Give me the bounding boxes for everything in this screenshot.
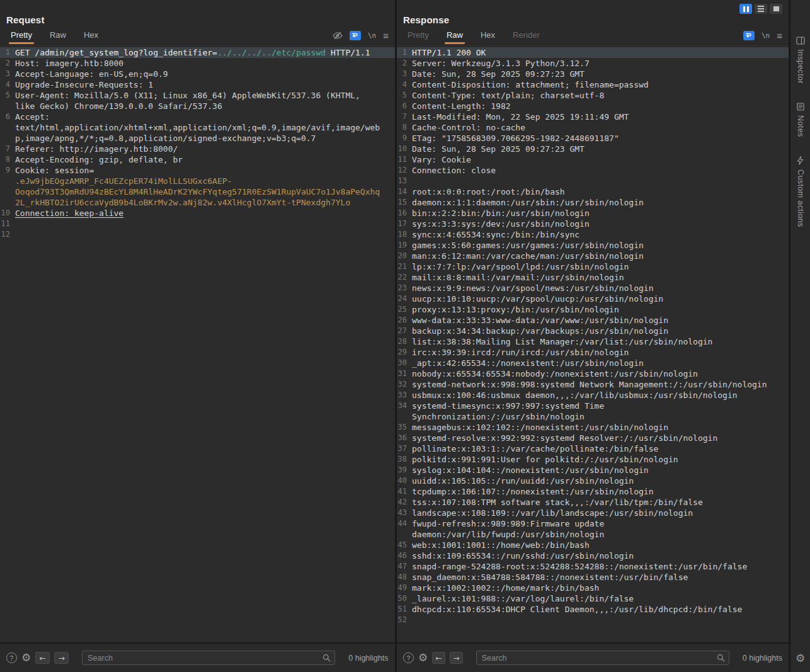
code-line[interactable]: 6Content-Length: 1982 bbox=[397, 101, 789, 111]
bolt-icon bbox=[797, 156, 804, 165]
code-line[interactable]: 7Referer: http://imagery.htb:8000/ bbox=[0, 144, 395, 154]
code-line[interactable]: 46sshd:x:109:65534::/run/sshd:/usr/sbin/… bbox=[397, 550, 789, 561]
code-line[interactable]: 33usbmux:x:100:46:usbmux daemon,,,:/var/… bbox=[397, 390, 789, 401]
tab-pretty[interactable]: Pretty bbox=[9, 28, 34, 43]
settings-gear-icon[interactable]: ⚙ bbox=[790, 653, 810, 664]
nonprintable-icon[interactable]: \n bbox=[368, 31, 376, 40]
word-wrap-icon[interactable] bbox=[743, 31, 755, 40]
next-match-button[interactable]: → bbox=[450, 652, 463, 664]
layout-single-button[interactable] bbox=[770, 4, 782, 14]
code-line[interactable]: 43landscape:x:108:109::/var/lib/landscap… bbox=[397, 508, 789, 518]
code-line[interactable]: 17sys:x:3:3:sys:/dev:/usr/sbin/nologin bbox=[397, 219, 789, 229]
sidebar-item-notes[interactable]: Notes bbox=[796, 103, 805, 137]
code-line[interactable]: 40uuidd:x:105:105::/run/uuidd:/usr/sbin/… bbox=[397, 476, 789, 486]
code-line[interactable]: 10Date: Sun, 28 Sep 2025 09:27:23 GMT bbox=[397, 144, 789, 154]
code-line[interactable]: 9Cookie: session=.eJw9jbEOgzAMRP_Fc4UEZc… bbox=[0, 165, 395, 208]
code-line[interactable]: 27backup:x:34:34:backup:/var/backups:/us… bbox=[397, 326, 789, 336]
code-line[interactable]: 25proxy:x:13:13:proxy:/bin:/usr/sbin/nol… bbox=[397, 304, 789, 315]
code-line[interactable]: 11 bbox=[0, 219, 395, 229]
code-line[interactable]: 24uucp:x:10:10:uucp:/var/spool/uucp:/usr… bbox=[397, 293, 789, 304]
code-line[interactable]: 13 bbox=[397, 176, 789, 186]
code-line[interactable]: 41tcpdump:x:106:107::/nonexistent:/usr/s… bbox=[397, 486, 789, 497]
code-line[interactable]: 19games:x:5:60:games:/usr/games:/usr/sbi… bbox=[397, 240, 789, 251]
code-line[interactable]: 52 bbox=[397, 615, 789, 625]
code-line[interactable]: 28list:x:38:38:Mailing List Manager:/var… bbox=[397, 336, 789, 347]
sidebar-item-custom-actions[interactable]: Custom actions bbox=[796, 156, 805, 227]
code-line[interactable]: 45web:x:1001:1001::/home/web:/bin/bash bbox=[397, 540, 789, 550]
help-icon[interactable]: ? bbox=[6, 652, 17, 663]
code-line[interactable]: 23news:x:9:9:news:/var/spool/news:/usr/s… bbox=[397, 283, 789, 293]
menu-icon[interactable]: ≡ bbox=[383, 31, 389, 40]
code-line[interactable]: 22mail:x:8:8:mail:/var/mail:/usr/sbin/no… bbox=[397, 272, 789, 283]
help-icon[interactable]: ? bbox=[403, 652, 414, 663]
code-line[interactable]: 32systemd-network:x:998:998:systemd Netw… bbox=[397, 379, 789, 390]
code-line[interactable]: 11Vary: Cookie bbox=[397, 154, 789, 165]
code-line[interactable]: 3Date: Sun, 28 Sep 2025 09:27:23 GMT bbox=[397, 69, 789, 79]
code-line[interactable]: 49mark:x:1002:1002::/home/mark:/bin/bash bbox=[397, 583, 789, 593]
code-line[interactable]: 50_laurel:x:101:988::/var/log/laurel:/bi… bbox=[397, 593, 789, 604]
tab-pretty[interactable]: Pretty bbox=[406, 28, 431, 43]
code-line[interactable]: 30_apt:x:42:65534::/nonexistent:/usr/sbi… bbox=[397, 358, 789, 368]
sidebar-item-inspector[interactable]: Inspector bbox=[796, 37, 805, 84]
eye-off-icon[interactable] bbox=[333, 31, 343, 40]
code-line[interactable]: 16bin:x:2:2:bin:/bin:/usr/sbin/nologin bbox=[397, 208, 789, 219]
tab-raw[interactable]: Raw bbox=[445, 28, 465, 43]
tab-hex[interactable]: Hex bbox=[479, 28, 497, 43]
code-line[interactable]: 48snap_daemon:x:584788:584788::/nonexist… bbox=[397, 572, 789, 583]
code-line[interactable]: 3Accept-Language: en-US,en;q=0.9 bbox=[0, 69, 395, 79]
tab-raw[interactable]: Raw bbox=[48, 28, 68, 43]
tab-render[interactable]: Render bbox=[511, 28, 542, 43]
code-line[interactable]: 14root:x:0:0:root:/root:/bin/bash bbox=[397, 186, 789, 197]
tab-hex[interactable]: Hex bbox=[82, 28, 100, 43]
code-line[interactable]: 7Last-Modified: Mon, 22 Sep 2025 19:11:4… bbox=[397, 111, 789, 122]
code-line[interactable]: 9ETag: "1758568309.7066295-1982-24486911… bbox=[397, 133, 789, 144]
code-line[interactable]: 26www-data:x:33:33:www-data:/var/www:/us… bbox=[397, 315, 789, 326]
code-line[interactable]: 6Accept: text/html,application/xhtml+xml… bbox=[0, 111, 395, 144]
menu-icon[interactable]: ≡ bbox=[777, 31, 782, 40]
prev-match-button[interactable]: ← bbox=[35, 652, 50, 664]
line-number: 1 bbox=[397, 47, 412, 58]
code-line[interactable]: 51dhcpcd:x:110:65534:DHCP Client Daemon,… bbox=[397, 604, 789, 615]
code-line[interactable]: 18sync:x:4:65534:sync:/bin:/bin/sync bbox=[397, 229, 789, 240]
request-editor[interactable]: 1GET /admin/get_system_log?log_identifie… bbox=[0, 44, 395, 642]
code-line[interactable]: 8Accept-Encoding: gzip, deflate, br bbox=[0, 154, 395, 165]
code-line[interactable]: 29irc:x:39:39:ircd:/run/ircd:/usr/sbin/n… bbox=[397, 347, 789, 358]
gear-icon[interactable]: ⚙ bbox=[21, 652, 31, 663]
code-line[interactable]: 12 bbox=[0, 229, 395, 240]
code-line[interactable]: 5Content-Type: text/plain; charset=utf-8 bbox=[397, 90, 789, 101]
code-line[interactable]: 37pollinate:x:103:1::/var/cache/pollinat… bbox=[397, 443, 789, 454]
code-line[interactable]: 47snapd-range-524288-root:x:524288:52428… bbox=[397, 561, 789, 572]
code-line[interactable]: 34systemd-timesync:x:997:997:systemd Tim… bbox=[397, 401, 789, 422]
layout-columns-button[interactable] bbox=[739, 4, 752, 14]
code-line[interactable]: 35messagebus:x:102:102::/nonexistent:/us… bbox=[397, 422, 789, 433]
code-line[interactable]: 31nobody:x:65534:65534:nobody:/nonexiste… bbox=[397, 368, 789, 379]
code-line[interactable]: 36systemd-resolve:x:992:992:systemd Reso… bbox=[397, 433, 789, 443]
code-line[interactable]: 42tss:x:107:108:TPM software stack,,,:/v… bbox=[397, 497, 789, 508]
next-match-button[interactable]: → bbox=[54, 652, 69, 664]
code-line[interactable]: 5User-Agent: Mozilla/5.0 (X11; Linux x86… bbox=[0, 90, 395, 111]
code-line[interactable]: 38polkitd:x:991:991:User for polkitd:/:/… bbox=[397, 454, 789, 465]
word-wrap-icon[interactable] bbox=[350, 31, 361, 40]
code-line[interactable]: 2Host: imagery.htb:8000 bbox=[0, 58, 395, 69]
code-line[interactable]: 4Content-Disposition: attachment; filena… bbox=[397, 79, 789, 90]
prev-match-button[interactable]: ← bbox=[432, 652, 445, 664]
code-line[interactable]: 1GET /admin/get_system_log?log_identifie… bbox=[0, 47, 395, 58]
code-line[interactable]: 20man:x:6:12:man:/var/cache/man:/usr/sbi… bbox=[397, 251, 789, 261]
line-number: 7 bbox=[0, 144, 15, 154]
search-input[interactable] bbox=[476, 651, 729, 665]
response-editor[interactable]: 1HTTP/1.1 200 OK2Server: Werkzeug/3.1.3 … bbox=[397, 44, 789, 642]
nonprintable-icon[interactable]: \n bbox=[762, 31, 770, 40]
code-line[interactable]: 2Server: Werkzeug/3.1.3 Python/3.12.7 bbox=[397, 58, 789, 69]
code-line[interactable]: 39syslog:x:104:104::/nonexistent:/usr/sb… bbox=[397, 465, 789, 476]
code-line[interactable]: 1HTTP/1.1 200 OK bbox=[397, 47, 789, 58]
code-line[interactable]: 44fwupd-refresh:x:989:989:Firmware updat… bbox=[397, 518, 789, 540]
search-input[interactable] bbox=[82, 651, 335, 665]
code-line[interactable]: 12Connection: close bbox=[397, 165, 789, 176]
code-line[interactable]: 4Upgrade-Insecure-Requests: 1 bbox=[0, 79, 395, 90]
code-line[interactable]: 21lp:x:7:7:lp:/var/spool/lpd:/usr/sbin/n… bbox=[397, 261, 789, 272]
code-line[interactable]: 8Cache-Control: no-cache bbox=[397, 122, 789, 133]
code-line[interactable]: 10Connection: keep-alive bbox=[0, 208, 395, 219]
code-line[interactable]: 15daemon:x:1:1:daemon:/usr/sbin:/usr/sbi… bbox=[397, 197, 789, 208]
layout-rows-button[interactable] bbox=[755, 4, 767, 14]
gear-icon[interactable]: ⚙ bbox=[418, 652, 428, 663]
